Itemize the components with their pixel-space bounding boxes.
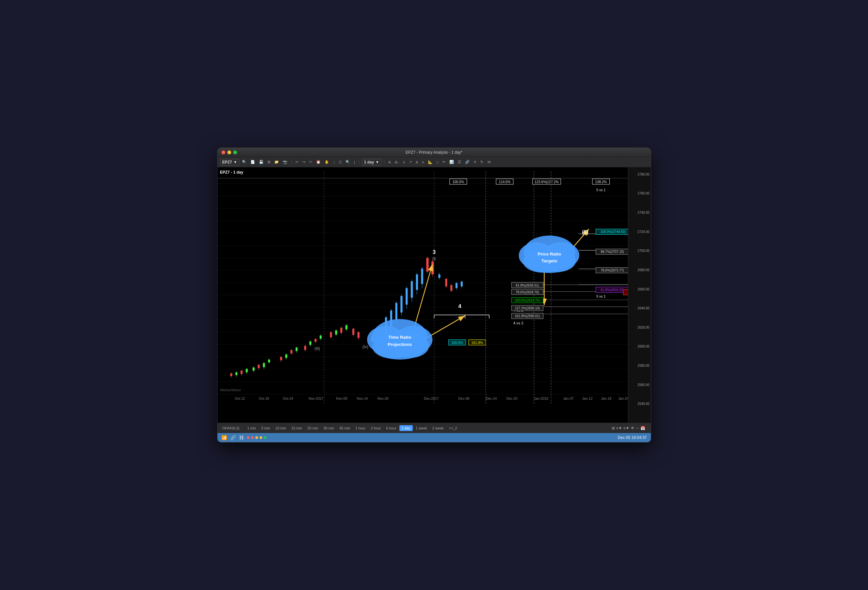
price-2640: 2640.00 [638,306,649,310]
svg-text:(iii): (iii) [314,347,320,351]
symbol-label: EPZ7 [222,160,232,165]
svg-text:123.6%|127.2%: 123.6%|127.2% [534,180,558,184]
separator-3 [384,160,384,165]
toolbar-font-up[interactable]: A↑ [394,160,400,165]
svg-text:Oct-12: Oct-12 [235,396,245,400]
svg-rect-86 [410,281,412,298]
svg-text:Targets: Targets [542,259,558,263]
chart-main[interactable]: EPZ7 - 1 day [217,168,651,422]
dot-2 [251,436,254,439]
svg-text:Jan-24: Jan-24 [618,396,628,400]
dot-5 [264,436,266,439]
svg-rect-65 [345,325,347,330]
svg-rect-106 [461,282,462,287]
toolbar-chart[interactable]: 📊 [448,159,455,165]
svg-rect-63 [340,328,342,333]
svg-text:Nov-14: Nov-14 [357,396,368,400]
svg-text:78.6%(2673.77): 78.6%(2673.77) [601,269,624,272]
toolbar-link[interactable]: 🔗 [464,159,471,165]
tf-30min[interactable]: 30 min [321,425,337,431]
toolbar-bracket[interactable]: ⟨⟩ [338,159,343,165]
toolbar-hand[interactable]: ✋ [323,159,331,165]
tf-1day[interactable]: 1 day [399,425,413,431]
toolbar-save[interactable]: 💾 [258,159,265,165]
tf-10min[interactable]: 10 min [273,425,288,431]
toolbar-undo[interactable]: ↩ [294,159,300,165]
svg-text:Oct-24: Oct-24 [283,396,293,400]
toolbar-refresh[interactable]: ↻ [479,159,485,165]
tf-15min[interactable]: 15 min [289,425,304,431]
svg-point-193 [526,254,572,273]
svg-text:Jan-2018: Jan-2018 [534,396,548,400]
svg-text:138.2%: 138.2% [595,180,607,184]
tf-2week[interactable]: 2 week [430,425,446,431]
svg-text:Jan-07: Jan-07 [563,396,573,400]
toolbar: EPZ7 ▼ 🔍 📄 💾 ⊞ 📁 📷 ↩ ↪ ✂ ⏰ ✋ ↕ ⟨⟩ 🔍 | 1 … [217,157,651,168]
toolbar-settings[interactable]: ⊞ [266,159,272,165]
toolbar-more[interactable]: ≫ [486,159,493,165]
toolbar-lines[interactable]: ≡ [402,160,406,165]
svg-text:61.8%(2636.51): 61.8%(2636.51) [516,284,539,287]
svg-rect-104 [455,283,457,288]
toolbar-font[interactable]: A [387,160,392,165]
tf-1hour[interactable]: 1 hour [353,425,368,431]
tf-1min[interactable]: 1 min [245,425,258,431]
price-2760: 2760.00 [638,191,649,195]
tf-2hour[interactable]: 2 hour [368,425,383,431]
price-2600: 2600.00 [638,344,649,348]
chart-symbol-label: EPZ7 - 1 day [220,170,243,175]
price-2680: 2680.00 [638,268,649,272]
svg-text:4 vs 2: 4 vs 2 [513,321,523,325]
svg-text:5 vs 1: 5 vs 1 [596,294,605,298]
toolbar-scissors[interactable]: ✂ [308,159,313,165]
toolbar-new[interactable]: 📄 [249,159,256,165]
title-bar: EPZ7 - Primary Analysis - 1 day* [217,148,651,157]
toolbar-box[interactable]: □ [435,160,440,165]
svg-text:100.0%: 100.0% [452,180,464,184]
toolbar-menu[interactable]: ☰ [456,159,462,165]
tf-5min[interactable]: 5 min [259,425,272,431]
toolbar-camera[interactable]: 📷 [282,159,289,165]
toolbar-search[interactable]: 🔍 [241,159,248,165]
traffic-lights [221,150,237,154]
price-2540: 2540.00 [638,402,649,406]
tf-more[interactable]: >>_2 [446,425,459,431]
chart-svg: (iii) [217,168,651,422]
svg-text:127.2%(2606.10): 127.2%(2606.10) [515,306,540,310]
tf-45min[interactable]: 45 min [337,425,352,431]
svg-rect-59 [330,332,332,337]
svg-rect-38 [263,363,265,368]
close-button[interactable] [221,150,225,154]
tf-6hour[interactable]: 6 hour [384,425,399,431]
mac-window: EPZ7 - Primary Analysis - 1 day* EPZ7 ▼ … [217,147,651,443]
dot-3 [255,436,258,439]
svg-text:(iv): (iv) [363,344,368,349]
toolbar-redo[interactable]: ↪ [301,159,307,165]
toolbar-text[interactable]: A [415,160,419,165]
toolbar-close[interactable]: ✕ [472,159,478,165]
toolbar-alarm[interactable]: ⏰ [315,159,322,165]
toolbar-pen[interactable]: ✏ [441,159,447,165]
toolbar-grid[interactable]: ≡ [421,160,425,165]
ofa-label: OFA®(8,3) [220,425,242,431]
symbol-dropdown[interactable]: EPZ7 ▼ [220,159,240,165]
price-2660: 2660.00 [638,287,649,291]
toolbar-zoom[interactable]: 🔍 [344,159,351,165]
toolbar-folder[interactable]: 📁 [273,159,280,165]
toolbar-cursor[interactable]: | [353,160,356,165]
toolbar-ruler[interactable]: 📐 [427,159,434,165]
svg-text:4: 4 [458,303,461,309]
tf-1week[interactable]: 1 week [413,425,430,431]
tf-20min[interactable]: 20 min [305,425,320,431]
svg-text:ⓥ: ⓥ [433,257,436,261]
timeframe-dropdown[interactable]: 1 day ▼ [362,159,382,165]
svg-text:3: 3 [433,249,435,255]
price-axis: 2780.00 2760.00 2740.00 2720.00 2700.00 … [628,168,651,422]
svg-text:Dec-08: Dec-08 [458,396,469,400]
toolbar-arrows[interactable]: ↕ [332,160,337,165]
svg-rect-102 [450,285,452,291]
maximize-button[interactable] [233,150,237,154]
minimize-button[interactable] [227,150,231,154]
svg-text:88.7%(2707.15): 88.7%(2707.15) [601,250,624,254]
toolbar-arrow[interactable]: ↗ [407,159,413,165]
